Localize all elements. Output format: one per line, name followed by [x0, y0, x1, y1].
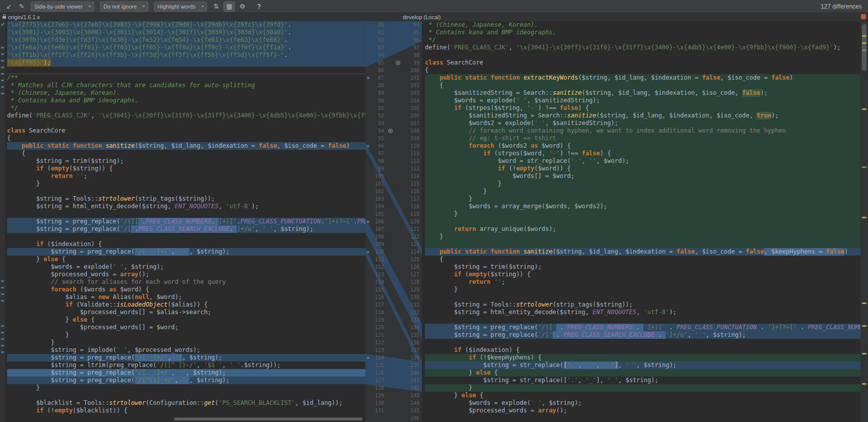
code-line[interactable]: public static function extractKeyWords($… [425, 74, 860, 82]
code-line[interactable] [425, 293, 860, 301]
stripe-mark[interactable] [862, 166, 866, 168]
code-line[interactable]: $string = preg_replace('/['.PREG_CLASS_S… [7, 225, 365, 233]
code-line[interactable]: if (!$keepHyphens) { [425, 354, 860, 361]
code-line[interactable]: $string = Tools::strtolower(strip_tags($… [425, 301, 860, 309]
change-marker[interactable] [1, 86, 4, 88]
code-line[interactable] [7, 67, 365, 74]
edit-icon[interactable]: ✎ [17, 2, 27, 11]
code-line[interactable]: $string = trim($string); [7, 157, 365, 165]
code-line[interactable]: $words = explode(' ', $string); [7, 263, 365, 271]
code-line[interactable] [425, 51, 860, 59]
code-line[interactable]: if ($indexation) { [7, 240, 365, 248]
stripe-mark[interactable] [862, 108, 866, 110]
code-line[interactable]: } [425, 384, 860, 392]
code-line[interactable]: $string = trim($string); [425, 263, 860, 271]
code-line[interactable]: '\x{ff65}'); [7, 59, 365, 67]
code-line[interactable] [425, 218, 860, 225]
code-line[interactable]: '\x{ff1b}\x{ff1f}\x{ff20}\x{ff3b}-\x{ff3… [7, 51, 365, 59]
expand-fold-icon[interactable]: » [365, 74, 371, 82]
code-line[interactable]: $string = preg_replace('/[^\s]-+/', '', … [7, 377, 365, 384]
change-marker[interactable] [1, 332, 4, 333]
code-line[interactable]: } else { [7, 256, 365, 263]
code-line[interactable]: if (strpos($string, '-') !== false) { [425, 104, 860, 112]
stripe-mark[interactable] [862, 42, 866, 44]
code-line[interactable]: $words[] = $word; [425, 172, 860, 180]
code-line[interactable]: // search for aliases for each word of t… [7, 278, 365, 286]
change-marker[interactable] [1, 300, 4, 302]
change-marker[interactable] [1, 60, 4, 62]
code-line[interactable]: $processed_words = array(); [7, 271, 365, 278]
code-line[interactable] [425, 339, 860, 346]
code-line[interactable]: $string = html_entity_decode($string, EN… [425, 309, 860, 316]
stripe-mark[interactable] [862, 383, 866, 385]
code-line[interactable]: '\x{30fb}\x{fd3e}\x{fd3f}\x{fe30}-\x{fe5… [7, 36, 365, 44]
change-marker[interactable] [1, 293, 4, 295]
code-line[interactable]: { [425, 67, 860, 74]
stripe-mark[interactable] [862, 303, 866, 304]
code-line[interactable]: } else { [7, 316, 365, 324]
code-line[interactable]: { [7, 150, 365, 157]
code-line[interactable]: { [425, 82, 860, 89]
change-marker[interactable] [1, 325, 4, 327]
code-line[interactable]: $word = str_replace('-', '', $word); [425, 157, 860, 165]
scrollbar-thumb[interactable] [862, 24, 866, 71]
code-line[interactable]: '\x{fe6a}\x{fe6b}\x{ff01}-\x{ff03}\x{ff0… [7, 44, 365, 51]
change-marker[interactable] [1, 345, 4, 346]
change-marker[interactable] [1, 280, 4, 282]
expand-fold-icon[interactable]: » [365, 142, 371, 150]
code-line[interactable] [425, 316, 860, 324]
code-line[interactable]: $string = Tools::strtolower(strip_tags($… [7, 195, 365, 203]
settings-gear-icon[interactable]: ⚙ [237, 2, 247, 11]
code-line[interactable]: } [425, 286, 860, 293]
change-marker[interactable] [1, 287, 4, 288]
code-line[interactable]: if (strpos($word, '-') !== false) { [425, 150, 860, 157]
code-line[interactable]: if (Validate::isLoadedObject($alias)) { [7, 301, 365, 309]
code-line[interactable]: $string = implode(' ', $processed_words)… [7, 346, 365, 354]
change-anchor-icon[interactable] [396, 61, 400, 65]
code-line[interactable]: $processed_words[] = $word; [7, 324, 365, 331]
code-line[interactable]: '\x{3001}-\x{3003}\x{3008}-\x{3011}\x{30… [7, 29, 365, 36]
code-line[interactable]: } [425, 210, 860, 218]
code-line[interactable]: return ''; [7, 172, 365, 180]
code-line[interactable]: { [425, 256, 860, 263]
stripe-mark[interactable] [862, 35, 866, 37]
highlight-mode-select[interactable]: Highlight words ▾ [154, 2, 207, 12]
change-marker[interactable] [1, 47, 4, 48]
code-line[interactable] [7, 210, 365, 218]
code-line[interactable]: * Contains kana and BMP ideographs. [7, 97, 365, 104]
code-line[interactable]: * (Chinese, Japanese, Korean). [7, 89, 365, 97]
code-line[interactable]: /** [7, 74, 365, 82]
code-line[interactable]: if (!empty($word)) { [425, 165, 860, 172]
expand-fold-icon[interactable]: » [365, 218, 371, 225]
code-line[interactable]: $blacklist = Tools::strtolower(Configura… [7, 399, 365, 407]
code-line[interactable]: $words2 = explode(' ', $sanitizedString)… [425, 119, 860, 127]
code-line[interactable]: $sanitizedString = Search::sanitize($str… [425, 89, 860, 97]
inspection-indicator[interactable] [861, 14, 866, 19]
code-line[interactable]: } [425, 233, 860, 240]
code-line[interactable]: $words = explode(' ', $string); [425, 399, 860, 407]
stripe-mark[interactable] [862, 353, 866, 354]
right-scrollbar[interactable] [860, 21, 868, 422]
code-line[interactable]: } [7, 384, 365, 392]
left-marker-stripe[interactable]: ✓ [0, 21, 5, 422]
change-marker[interactable] [1, 80, 4, 81]
code-line[interactable]: */ [7, 104, 365, 112]
code-line[interactable]: $string = str_replace(['.', '_', '-'], '… [425, 361, 860, 369]
code-line[interactable]: } [425, 180, 860, 188]
code-line[interactable]: } [7, 331, 365, 339]
code-line[interactable]: $sanitizedString = Search::sanitize($str… [425, 112, 860, 119]
code-line[interactable]: $alias = new Alias(null, $word); [7, 293, 365, 301]
code-line[interactable]: $string = preg_replace('/[._-]+/', '', $… [7, 369, 365, 377]
code-line[interactable] [7, 392, 365, 399]
code-line[interactable]: // foreach word containing hyphen, we wa… [425, 127, 860, 135]
code-line[interactable]: $string = preg_replace('/[' . PREG_CLASS… [425, 331, 860, 339]
right-editor[interactable]: * (Chinese, Japanese, Korean). * Contain… [422, 21, 860, 422]
viewer-mode-select[interactable]: Side-by-side viewer ▾ [31, 2, 94, 12]
code-line[interactable]: { [7, 135, 365, 142]
code-line[interactable]: foreach ($words as $word) { [7, 286, 365, 293]
code-line[interactable] [7, 119, 365, 127]
code-line[interactable]: */ [425, 36, 860, 44]
expand-fold-icon[interactable]: » [365, 248, 371, 256]
left-horizontal-scrollbar-thumb[interactable] [174, 417, 362, 420]
code-line[interactable]: $string = preg_replace('/[._]+/', '', $s… [7, 354, 365, 361]
